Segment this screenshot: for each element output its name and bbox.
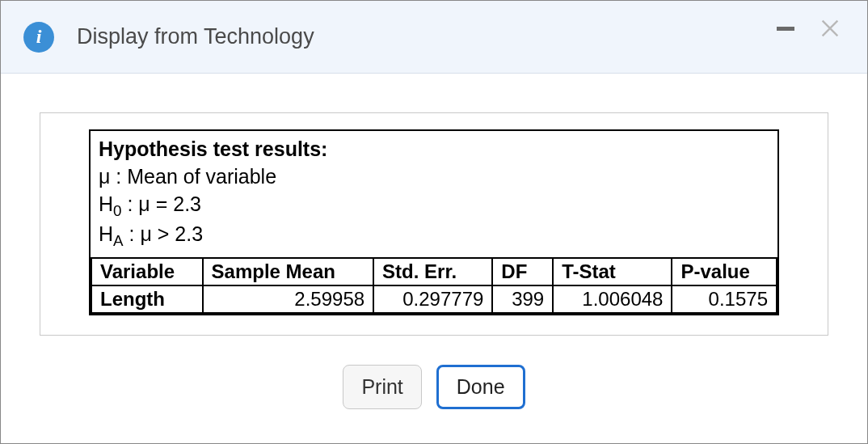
ha-subscript: A bbox=[113, 232, 124, 249]
col-variable: Variable bbox=[91, 258, 203, 285]
button-row: Print Done bbox=[40, 365, 828, 409]
null-hypothesis: H0 : μ = 2.3 bbox=[99, 191, 769, 221]
print-button[interactable]: Print bbox=[343, 365, 421, 409]
cell-std-err: 0.297779 bbox=[373, 285, 492, 313]
table-row: Length 2.59958 0.297779 399 1.006048 0.1… bbox=[91, 285, 777, 313]
cell-t-stat: 1.006048 bbox=[553, 285, 672, 313]
cell-df: 399 bbox=[492, 285, 553, 313]
col-df: DF bbox=[492, 258, 553, 285]
results-box: Hypothesis test results: μ : Mean of var… bbox=[89, 129, 779, 315]
results-table: Variable Sample Mean Std. Err. DF T-Stat… bbox=[91, 257, 777, 314]
mu-definition: μ : Mean of variable bbox=[99, 163, 769, 191]
alt-hypothesis: HA : μ > 2.3 bbox=[99, 221, 769, 251]
window-controls bbox=[777, 17, 841, 40]
col-std-err: Std. Err. bbox=[373, 258, 492, 285]
col-p-value: P-value bbox=[672, 258, 777, 285]
done-button[interactable]: Done bbox=[436, 365, 525, 409]
h0-subscript: 0 bbox=[113, 202, 121, 219]
content-area: Hypothesis test results: μ : Mean of var… bbox=[1, 74, 867, 409]
cell-sample-mean: 2.59958 bbox=[203, 285, 374, 313]
titlebar: i Display from Technology bbox=[1, 1, 867, 74]
col-t-stat: T-Stat bbox=[553, 258, 672, 285]
results-title: Hypothesis test results: bbox=[99, 136, 769, 163]
ha-expression: : μ > 2.3 bbox=[124, 222, 204, 245]
mu-prefix: μ : bbox=[99, 165, 127, 188]
cell-variable: Length bbox=[91, 285, 203, 313]
results-header: Hypothesis test results: μ : Mean of var… bbox=[91, 131, 777, 257]
info-icon: i bbox=[23, 22, 54, 53]
h0-label: H bbox=[99, 192, 113, 215]
results-frame: Hypothesis test results: μ : Mean of var… bbox=[40, 112, 828, 336]
h0-expression: : μ = 2.3 bbox=[122, 192, 202, 215]
table-header-row: Variable Sample Mean Std. Err. DF T-Stat… bbox=[91, 258, 777, 285]
mu-text: Mean of variable bbox=[127, 165, 276, 188]
cell-p-value: 0.1575 bbox=[672, 285, 777, 313]
minimize-icon[interactable] bbox=[777, 27, 794, 31]
window-title: Display from Technology bbox=[77, 24, 314, 49]
close-icon[interactable] bbox=[819, 17, 841, 40]
ha-label: H bbox=[99, 222, 113, 245]
col-sample-mean: Sample Mean bbox=[203, 258, 374, 285]
